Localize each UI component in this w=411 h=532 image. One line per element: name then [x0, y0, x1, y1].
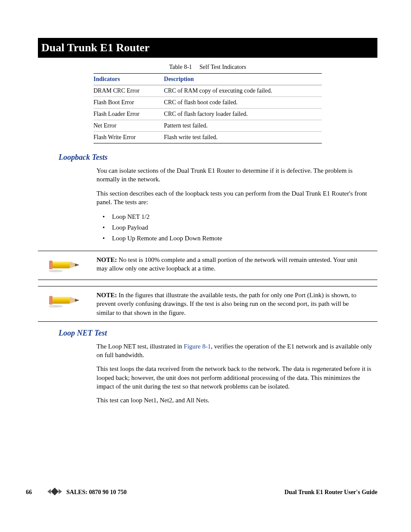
- table-header-description: Description: [164, 74, 322, 85]
- pencil-icon: [38, 255, 89, 275]
- svg-point-4: [49, 270, 63, 272]
- table-cell: DRAM CRC Error: [93, 85, 164, 97]
- paragraph: This test loops the data received from t…: [97, 364, 377, 391]
- note-text: NOTE: No test is 100% complete and a sma…: [89, 255, 377, 273]
- table-row: Flash Loader Error CRC of flash factory …: [93, 109, 322, 120]
- note-body: In the figures that illustrate the avail…: [97, 292, 356, 316]
- svg-marker-8: [75, 299, 79, 302]
- page-title-bar: Dual Trunk E1 Router: [38, 38, 377, 58]
- pencil-icon: [38, 291, 89, 311]
- table-row: Flash Write Error Flash write test faile…: [93, 132, 322, 143]
- note-label: NOTE:: [97, 256, 117, 263]
- table-cell: CRC of flash factory loader failed.: [164, 109, 322, 120]
- note-label: NOTE:: [97, 292, 117, 299]
- svg-marker-3: [75, 264, 79, 267]
- table-caption: Table 8-1 Self Test Indicators: [38, 64, 377, 71]
- table-cell: Flash Loader Error: [93, 109, 164, 120]
- table-cell: Flash Write Error: [93, 132, 164, 143]
- table-cell: Net Error: [93, 120, 164, 132]
- table-cell: Flash write test failed.: [164, 132, 322, 143]
- page-footer: 66 SALES: 0870 90 10 750 Dual Trunk E1 R…: [0, 486, 411, 498]
- list-item: Loop NET 1/2: [103, 212, 377, 222]
- table-header-indicators: Indicators: [93, 74, 164, 85]
- svg-point-9: [49, 305, 63, 308]
- svg-rect-0: [50, 261, 70, 268]
- paragraph: This test can loop Net1, Net2, and All N…: [97, 396, 377, 404]
- figure-reference-link[interactable]: Figure 8-1: [184, 343, 211, 350]
- table-cell: Pattern test failed.: [164, 120, 322, 132]
- table-caption-title: Self Test Indicators: [199, 64, 246, 70]
- paragraph: You can isolate sections of the Dual Tru…: [97, 166, 377, 184]
- svg-rect-6: [49, 296, 53, 305]
- footer-guide-title: Dual Trunk E1 Router User's Guide: [284, 489, 377, 496]
- list-item: Loop Up Remote and Loop Down Remote: [103, 233, 377, 244]
- table-cell: Flash Boot Error: [93, 97, 164, 109]
- svg-rect-5: [50, 297, 70, 304]
- section-heading-loopback: Loopback Tests: [59, 153, 377, 162]
- table-row: Flash Boot Error CRC of flash boot code …: [93, 97, 322, 109]
- svg-marker-12: [59, 489, 62, 494]
- note-body: No test is 100% complete and a small por…: [97, 256, 357, 272]
- bullet-list: Loop NET 1/2 Loop Payload Loop Up Remote…: [103, 212, 377, 244]
- paragraph: The Loop NET test, illustrated in Figure…: [97, 342, 377, 360]
- text-run: The Loop NET test, illustrated in: [97, 343, 184, 350]
- self-test-table: Indicators Description DRAM CRC Error CR…: [93, 73, 322, 143]
- note-block: NOTE: No test is 100% complete and a sma…: [38, 251, 377, 280]
- page-number: 66: [26, 489, 47, 496]
- logo-icon: [47, 486, 65, 498]
- svg-rect-1: [49, 261, 53, 269]
- list-item: Loop Payload: [103, 222, 377, 233]
- section-heading-loopnet: Loop NET Test: [59, 329, 377, 338]
- note-text: NOTE: In the figures that illustrate the…: [89, 291, 377, 317]
- table-row: DRAM CRC Error CRC of RAM copy of execut…: [93, 85, 322, 97]
- table-cell: CRC of flash boot code failed.: [164, 97, 322, 109]
- table-caption-number: Table 8-1: [169, 64, 192, 70]
- note-block: NOTE: In the figures that illustrate the…: [38, 286, 377, 322]
- table-cell: CRC of RAM copy of executing code failed…: [164, 85, 322, 97]
- svg-marker-11: [47, 489, 51, 494]
- footer-sales: SALES: 0870 90 10 750: [66, 489, 127, 496]
- paragraph: This section describes each of the loopb…: [97, 189, 377, 207]
- svg-marker-10: [51, 488, 59, 495]
- table-row: Net Error Pattern test failed.: [93, 120, 322, 132]
